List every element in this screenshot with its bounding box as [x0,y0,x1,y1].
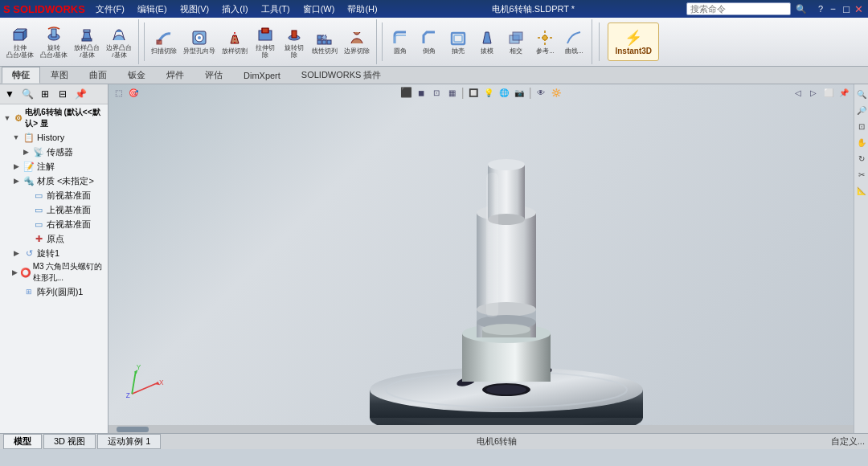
tab-sheetmetal[interactable]: 钣金 [117,67,156,84]
pin-view-icon[interactable]: 📌 [837,86,850,99]
tab-evaluate[interactable]: 评估 [194,67,233,84]
lights-icon[interactable]: 💡 [482,86,495,99]
shell-button[interactable]: 抽壳 [444,21,473,63]
sweep-cut-button[interactable]: 扫描切除 [148,21,180,63]
extrude-cut-button[interactable]: 拉伸切除 [251,21,280,63]
fillet-button[interactable]: 圆角 [386,21,415,63]
revolve-cut-button[interactable]: 旋转切除 [280,21,309,63]
reference-icon [535,28,555,47]
zoom-fit-vp-icon[interactable]: ⊡ [430,86,443,99]
shading-icon[interactable]: ◼ [415,86,428,99]
revolve-boss-button[interactable]: 旋转凸台/基体 [37,21,71,63]
tab-motion[interactable]: 运动算例 1 [97,434,161,449]
tree-right-plane-label: 右视基准面 [47,219,91,231]
tab-sketch[interactable]: 草图 [40,67,79,84]
search-input[interactable] [686,2,791,15]
tree-item-pattern[interactable]: ⊞ 阵列(圆周)1 [0,284,108,299]
boundary-cut-button[interactable]: 边界切除 [341,21,373,63]
tree-item-top-plane[interactable]: ▭ 上视基准面 [0,202,108,217]
previous-view-icon[interactable]: ◁ [792,86,805,99]
tab-dimxpert[interactable]: DimXpert [233,67,291,84]
viewport[interactable]: ⬚ 🎯 ⬛ ◼ ⊡ ▦ 🔲 💡 🌐 📷 👁 🔆 ◁ ▷ ⬜ 📌 [108,84,854,433]
viewport-top-right: ◁ ▷ ⬜ 📌 [792,86,850,99]
tree-item-root[interactable]: ▼ ⚙ 电机6转轴 (默认<<默认> 显 [0,106,108,130]
restore-view-icon[interactable]: ⬜ [822,86,835,99]
revolve-boss-label: 旋转凸台/基体 [40,45,68,59]
tree-item-material[interactable]: ▶ 🔩 材质 <未指定> [0,174,108,188]
instant3d-button[interactable]: ⚡ Instant3D [608,22,659,61]
view-cube-icon[interactable]: 🔲 [467,86,480,99]
boundary-boss-icon [109,25,129,44]
section-view-icon[interactable]: ▦ [445,86,458,99]
reference-button[interactable]: 参考... [530,21,559,63]
menu-insert[interactable]: 插入(I) [219,3,250,15]
status-right[interactable]: 自定义... [831,435,865,448]
collapse-all-icon[interactable]: ⊟ [55,86,71,102]
tree-item-right-plane[interactable]: ▭ 右视基准面 [0,217,108,231]
rp-pan[interactable]: ✋ [855,136,868,149]
tree-item-annotations[interactable]: ▶ 📝 注解 [0,159,108,174]
tree-root-label: 电机6转轴 (默认<<默认> 显 [25,107,106,129]
expand-icon-front [21,190,31,200]
curves-label: 曲线... [565,48,583,55]
hide-show-icon[interactable]: 👁 [534,86,547,99]
menu-help[interactable]: 帮助(H) [345,3,379,15]
intersect-label: 相交 [510,48,522,55]
menu-file[interactable]: 文件(F) [93,3,127,15]
horizontal-scroll-thumb[interactable] [117,427,149,432]
rp-section[interactable]: ✂ [855,168,868,181]
draft-button[interactable]: 拔模 [473,21,502,63]
expand-icon-hole: ▶ [11,268,18,277]
intersect-button[interactable]: 相交 [502,21,530,63]
camera-icon[interactable]: 📷 [513,86,526,99]
tab-features[interactable]: 特征 [2,67,40,84]
minimize-button[interactable]: － [828,2,838,16]
tab-surface[interactable]: 曲面 [79,67,117,84]
tree-item-hole[interactable]: ▶ ⭕ M3 六角凹头螺钉的柱形孔... [0,260,108,284]
curves-button[interactable]: 曲线... [559,21,588,63]
loft-boss-button[interactable]: 放样凸台/基体 [71,21,103,63]
tree-item-origin[interactable]: ✚ 原点 [0,231,108,246]
menu-view[interactable]: 视图(V) [178,3,212,15]
search-tree-icon[interactable]: 🔍 [19,86,35,102]
tree-item-front-plane[interactable]: ▭ 前视基准面 [0,188,108,202]
tab-solidworks-plugins[interactable]: SOLIDWORKS 插件 [291,67,392,84]
tab-weldments[interactable]: 焊件 [156,67,194,84]
chamfer-button[interactable]: 倒角 [415,21,444,63]
expand-icon-revolve1: ▶ [11,248,21,258]
hole-wizard-button[interactable]: 异型孔向导 [180,21,219,63]
tab-model[interactable]: 模型 [3,434,42,449]
linear-pattern-button[interactable]: 线性切列 [309,21,341,63]
rp-zoom-out[interactable]: 🔎 [855,104,868,117]
tree-item-history[interactable]: ▼ 📋 History [0,130,108,145]
view-orientation-icon[interactable]: 🎯 [127,86,140,99]
menu-tools[interactable]: 工具(T) [259,3,293,15]
scene-icon[interactable]: 🌐 [497,86,510,99]
loft-cut-button[interactable]: 放样切割 [219,21,251,63]
boundary-boss-button[interactable]: 边界凸台/基体 [103,21,135,63]
filter-icon[interactable]: ▼ [2,86,18,102]
expand-icon-history: ▼ [11,133,21,142]
next-view-icon[interactable]: ▷ [807,86,820,99]
horizontal-scrollbar[interactable] [108,425,854,433]
svg-rect-25 [317,35,321,39]
chamfer-icon [420,28,439,47]
rp-zoom-in[interactable]: 🔍 [855,88,868,100]
maximize-button[interactable]: □ [843,3,850,15]
menu-window[interactable]: 窗口(W) [301,3,338,15]
display-style-icon[interactable]: ⬛ [399,86,412,99]
tab-3dview[interactable]: 3D 视图 [43,434,96,449]
linear-pattern-label: 线性切列 [312,48,338,55]
expand-all-icon[interactable]: ⊞ [37,86,53,102]
rp-rotate[interactable]: ↻ [855,152,868,165]
tree-item-revolve1[interactable]: ▶ ↺ 旋转1 [0,246,108,260]
close-button[interactable]: ✕ [854,3,863,15]
display-icon2[interactable]: 🔆 [550,86,563,99]
tree-item-sensors[interactable]: ▶ 📡 传感器 [0,145,108,159]
pin-icon[interactable]: 📌 [72,86,88,102]
selection-filter-icon[interactable]: ⬚ [112,86,125,99]
menu-edit[interactable]: 编辑(E) [135,3,170,15]
rp-zoom-fit[interactable]: ⊡ [855,120,868,133]
extrude-boss-button[interactable]: 拉伸凸台/基体 [3,21,37,63]
rp-measure[interactable]: 📐 [855,184,868,197]
